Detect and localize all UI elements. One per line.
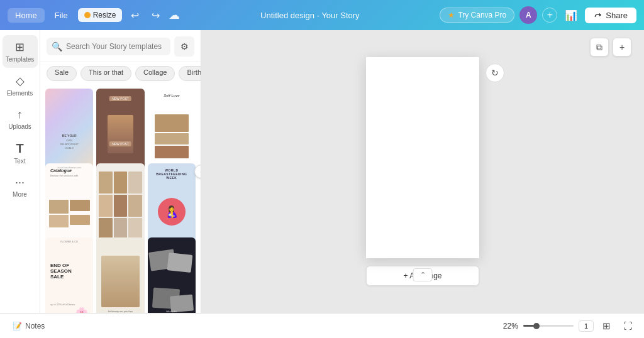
- template-card-5[interactable]: [96, 163, 144, 249]
- zoom-slider-thumb: [533, 323, 540, 329]
- canvas-page-wrapper: ↻: [366, 57, 479, 258]
- template-6-title: WORLDBREASTFEEDINGWEEK: [156, 168, 187, 180]
- template-card-6-inner: WORLDBREASTFEEDINGWEEK 🤱 🌿 🌺 🌿: [148, 163, 196, 249]
- canvas-add-page-toolbar-button[interactable]: +: [613, 38, 631, 57]
- add-button[interactable]: +: [542, 8, 557, 23]
- sidebar-icons: ⊞ Templates ◇ Elements ↑ Uploads T Text …: [0, 30, 40, 313]
- template-3-title: Self-Love: [164, 94, 179, 97]
- templates-label: Templates: [6, 56, 35, 63]
- template-2-person: [108, 115, 134, 153]
- template-9-photo-2: [167, 253, 193, 273]
- template-5-img-4: [99, 195, 113, 217]
- sidebar-item-uploads[interactable]: ↑ Uploads: [3, 103, 38, 135]
- canvas-area: ⧉ + ↻ + Add page ⌃: [201, 30, 644, 313]
- topbar: Home File Resize ↩ ↪ ☁ Untitled design -…: [0, 0, 644, 30]
- chip-collage[interactable]: Collage: [135, 66, 175, 81]
- canvas-page[interactable]: [366, 57, 479, 258]
- template-card-2[interactable]: NEW POST NEW POST: [96, 89, 144, 174]
- notes-icon: 📝: [13, 322, 22, 330]
- search-icon: 🔍: [52, 41, 62, 52]
- try-canva-pro-button[interactable]: ★ Try Canva Pro: [440, 8, 514, 23]
- resize-button[interactable]: Resize: [78, 8, 123, 22]
- template-card-8[interactable]: let beauty set you free 🌸: [96, 237, 144, 313]
- file-button[interactable]: File: [50, 8, 73, 23]
- template-card-5-inner: [96, 163, 144, 249]
- notes-button[interactable]: 📝 Notes: [8, 319, 50, 333]
- refresh-button[interactable]: ↻: [486, 63, 504, 82]
- zoom-slider-fill: [523, 325, 535, 327]
- template-2-new-post-tag: NEW POST: [109, 96, 131, 101]
- share-label: Share: [606, 11, 628, 20]
- elements-label: Elements: [7, 90, 33, 97]
- chip-birthday[interactable]: Birthday: [179, 66, 201, 81]
- sidebar-item-text[interactable]: T Text: [3, 136, 38, 170]
- template-9-text: About theProject: [166, 310, 177, 313]
- template-card-7[interactable]: FLOWER & CO END OFSEASONSALE up to 50% o…: [45, 237, 93, 313]
- template-4-img-4: [70, 215, 89, 225]
- template-5-img-2: [114, 172, 128, 194]
- share-button[interactable]: Share: [585, 8, 636, 23]
- template-card-2-inner: NEW POST NEW POST: [96, 89, 144, 174]
- filter-chips: Sale This or that Collage Birthday ›: [40, 62, 201, 85]
- canvas-copy-button[interactable]: ⧉: [590, 38, 609, 57]
- template-card-4-inner: www.brandname.com Catalogue Browse the s…: [45, 163, 93, 249]
- home-button[interactable]: Home: [8, 8, 45, 23]
- template-card-9-inner: About theProject: [148, 237, 196, 313]
- template-card-3-inner: Self-Love: [148, 89, 196, 174]
- chip-sale[interactable]: Sale: [47, 66, 77, 81]
- undo-button[interactable]: ↩: [127, 7, 143, 24]
- sidebar-item-more[interactable]: ··· More: [3, 171, 38, 203]
- template-3-photo-2: [155, 133, 188, 144]
- avatar[interactable]: A: [519, 6, 537, 24]
- search-input[interactable]: [66, 42, 165, 51]
- template-card-4[interactable]: www.brandname.com Catalogue Browse the s…: [45, 163, 93, 249]
- canvas-toolbar: ⧉ +: [590, 38, 631, 57]
- filter-button[interactable]: ⚙: [174, 36, 194, 57]
- share-icon: [594, 11, 602, 19]
- page-list-collapse[interactable]: ⌃: [413, 268, 433, 281]
- template-card-8-inner: let beauty set you free 🌸: [96, 237, 144, 313]
- template-5-img-6: [128, 195, 142, 217]
- template-4-img-1: [49, 200, 69, 214]
- text-icon: T: [16, 141, 23, 156]
- template-7-sub: up to 50% off all items: [50, 303, 75, 306]
- sidebar-item-templates[interactable]: ⊞ Templates: [3, 35, 38, 68]
- zoom-slider[interactable]: [523, 325, 574, 327]
- resize-label: Resize: [93, 11, 116, 19]
- grid-view-button[interactable]: ⊞: [599, 319, 614, 333]
- star-icon: ★: [448, 11, 455, 19]
- template-7-flower-icon: 🌸: [75, 307, 88, 313]
- template-5-img-1: [99, 172, 113, 194]
- template-card-3[interactable]: Self-Love: [148, 89, 196, 174]
- template-card-6[interactable]: WORLDBREASTFEEDINGWEEK 🤱 🌿 🌺 🌿: [148, 163, 196, 249]
- template-3-photo-3: [155, 146, 188, 158]
- main-area: ⊞ Templates ◇ Elements ↑ Uploads T Text …: [0, 30, 644, 313]
- template-card-1[interactable]: BE YOUR OWN RELATIONSHIP GOALS: [45, 89, 93, 174]
- template-3-photo-1: [155, 114, 188, 132]
- template-5-img-7: [99, 218, 113, 240]
- template-2-photo: [108, 115, 134, 153]
- chip-this-or-that[interactable]: This or that: [80, 66, 131, 81]
- uploads-icon: ↑: [17, 108, 23, 121]
- fullscreen-button[interactable]: ⛶: [619, 319, 636, 332]
- template-4-img-2: [70, 200, 89, 211]
- redo-button[interactable]: ↪: [148, 7, 164, 24]
- canva-pro-label: Try Canva Pro: [458, 11, 506, 19]
- template-5-img-9: [128, 218, 142, 240]
- uploads-label: Uploads: [8, 123, 31, 130]
- page-indicator[interactable]: 1: [579, 320, 594, 332]
- text-label: Text: [14, 158, 25, 165]
- template-8-caption: let beauty set you free: [108, 310, 133, 313]
- template-5-mosaic: [99, 172, 142, 240]
- template-card-9[interactable]: About theProject: [148, 237, 196, 313]
- sidebar-item-elements[interactable]: ◇ Elements: [3, 69, 38, 102]
- template-grid: BE YOUR OWN RELATIONSHIP GOALS NEW POST …: [40, 85, 201, 313]
- template-8-photo: [101, 256, 140, 307]
- stats-icon[interactable]: 📊: [562, 9, 580, 21]
- template-5-img-5: [114, 195, 128, 217]
- zoom-value: 22%: [496, 322, 518, 330]
- template-card-7-inner: FLOWER & CO END OFSEASONSALE up to 50% o…: [45, 237, 93, 313]
- elements-icon: ◇: [16, 74, 25, 88]
- document-title: Untitled design - Your Story: [185, 11, 435, 20]
- more-icon: ···: [15, 176, 25, 189]
